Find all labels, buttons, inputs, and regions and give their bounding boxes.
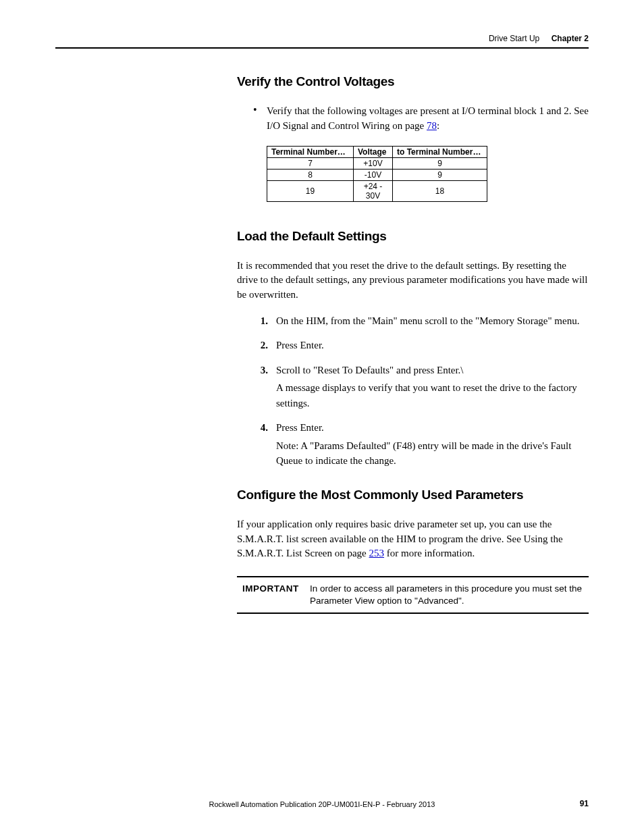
list-item: 4. Press Enter. Note: A "Params Defaulte…: [253, 420, 589, 469]
table-header: to Terminal Number…: [393, 146, 487, 157]
important-callout: IMPORTANT In order to access all paramet…: [237, 576, 589, 614]
intro-paragraph: It is recommended that you reset the dri…: [237, 259, 589, 303]
list-item: 3. Scroll to "Reset To Defaults" and pre…: [253, 363, 589, 411]
header-section: Drive Start Up: [489, 34, 539, 43]
bullet-tail-text: :: [437, 120, 439, 131]
table-row: 7 +10V 9: [267, 157, 487, 169]
table-header: Voltage: [354, 146, 393, 157]
bullet-item: • Verify that the following voltages are…: [253, 104, 589, 134]
footer-publication: Rockwell Automation Publication 20P-UM00…: [0, 800, 644, 808]
config-paragraph: If your application only requires basic …: [237, 517, 589, 561]
header-chapter: Chapter 2: [552, 34, 589, 43]
heading-configure-params: Configure the Most Commonly Used Paramet…: [237, 488, 589, 502]
link-page-253[interactable]: 253: [369, 548, 385, 558]
list-item: 1. On the HIM, from the "Main" menu scro…: [253, 313, 589, 329]
link-page-78[interactable]: 78: [427, 120, 437, 131]
voltage-table: Terminal Number… Voltage to Terminal Num…: [267, 146, 487, 202]
page-header: Drive Start Up Chapter 2: [55, 34, 589, 49]
heading-verify-voltages: Verify the Control Voltages: [237, 74, 589, 89]
bullet-icon: •: [253, 104, 267, 134]
step-list: 1. On the HIM, from the "Main" menu scro…: [253, 313, 589, 469]
list-item: 2. Press Enter.: [253, 338, 589, 353]
important-text: In order to access all parameters in thi…: [310, 583, 589, 607]
page-number: 91: [580, 799, 589, 808]
table-header: Terminal Number…: [267, 146, 354, 157]
important-label: IMPORTANT: [237, 583, 310, 607]
table-row: 8 -10V 9: [267, 169, 487, 180]
heading-load-defaults: Load the Default Settings: [237, 229, 589, 244]
table-row: 19 +24 - 30V 18: [267, 180, 487, 201]
